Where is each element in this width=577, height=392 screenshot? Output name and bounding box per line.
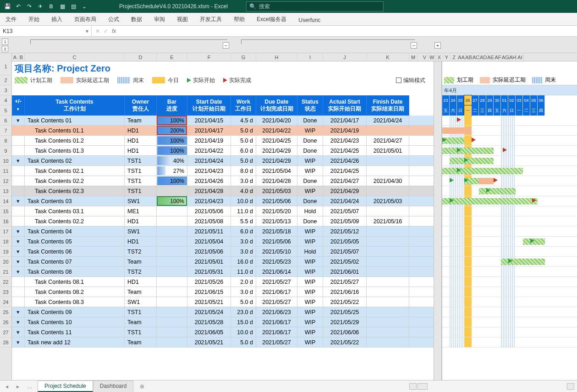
ribbon-tab[interactable]: 开始 — [27, 13, 41, 25]
column-header[interactable]: V — [421, 53, 429, 61]
formula-bar-row: K13 ▾ ✕ ✓ fx — [0, 26, 577, 37]
column-header[interactable]: K — [367, 53, 409, 61]
column-header[interactable]: AC — [473, 53, 480, 61]
tell-me-search[interactable]: 🔍 搜索 — [246, 1, 384, 11]
customize-qat-icon[interactable]: ⌄ — [80, 2, 89, 11]
send-icon[interactable]: ✈ — [36, 2, 45, 11]
column-header[interactable]: B — [18, 53, 25, 61]
column-header[interactable]: H — [256, 53, 297, 61]
column-header[interactable]: A — [12, 53, 18, 61]
search-icon: 🔍 — [249, 3, 256, 10]
ribbon-tab[interactable]: Userfunc — [297, 14, 322, 25]
column-header[interactable]: F — [187, 53, 231, 61]
column-header[interactable]: Z — [451, 53, 458, 61]
title-bar: 💾 ↶ ↷ ✈ 🗎 ▦ ▤ ⌄ ProjectScheduleV4.0 2021… — [0, 0, 577, 13]
column-header[interactable]: W — [429, 53, 436, 61]
column-header[interactable]: AB — [465, 53, 473, 61]
column-header[interactable]: AI — [517, 53, 524, 61]
undo-icon[interactable]: ↶ — [14, 2, 23, 11]
column-header[interactable]: J — [323, 53, 367, 61]
outline-expand-button[interactable]: + — [434, 42, 441, 49]
name-box-dropdown-icon[interactable]: ▾ — [86, 28, 88, 34]
ribbon-tab[interactable]: 页面布局 — [72, 13, 98, 25]
column-header[interactable]: G — [231, 53, 256, 61]
formula-enter-icon[interactable]: ✓ — [104, 28, 108, 34]
column-header[interactable]: AH — [509, 53, 517, 61]
column-header[interactable]: C — [25, 53, 125, 61]
column-header[interactable]: I — [297, 53, 323, 61]
ribbon-tab[interactable]: 开发工具 — [198, 13, 224, 25]
column-header-row: ABCDEFGHIJKMVWXYZAAABACADAEAFAGAHAI — [0, 53, 577, 61]
outline-collapse-button[interactable]: − — [411, 42, 417, 49]
ribbon-tab[interactable]: 视图 — [175, 13, 190, 25]
column-header[interactable]: E — [157, 53, 187, 61]
new-icon[interactable]: 🗎 — [47, 2, 56, 11]
column-header[interactable]: D — [125, 53, 157, 61]
column-header[interactable]: AF — [495, 53, 502, 61]
ribbon-tab[interactable]: 审阅 — [152, 13, 167, 25]
column-header[interactable]: X — [436, 53, 443, 61]
outline-brace: − − + — [12, 39, 577, 52]
column-header[interactable]: AE — [487, 53, 495, 61]
search-placeholder: 搜索 — [259, 3, 270, 11]
outline-bar: 123 − − + — [0, 37, 577, 53]
ribbon-tab[interactable]: 插入 — [49, 13, 64, 25]
ribbon-tab[interactable]: 公式 — [106, 13, 121, 25]
save-icon[interactable]: 💾 — [3, 2, 12, 11]
column-header[interactable]: Y — [443, 53, 451, 61]
fx-icon[interactable]: fx — [112, 28, 116, 34]
name-box-value: K13 — [3, 28, 12, 34]
name-box[interactable]: K13 ▾ — [0, 26, 92, 37]
ribbon-tabs: 文件开始插入页面布局公式数据审阅视图开发工具帮助Excel服务器Userfunc — [0, 13, 577, 26]
column-header[interactable]: AA — [458, 53, 465, 61]
ribbon-tab[interactable]: Excel服务器 — [255, 13, 288, 25]
outline-level-button[interactable]: 1 — [2, 39, 8, 45]
table-icon[interactable]: ▤ — [69, 2, 78, 11]
outline-collapse-button[interactable]: − — [223, 42, 229, 49]
select-all-corner[interactable] — [0, 53, 12, 61]
ribbon-tab[interactable]: 数据 — [129, 13, 144, 25]
column-header[interactable]: AD — [480, 53, 487, 61]
document-title: ProjectScheduleV4.0 20210426.xlsm - Exce… — [119, 3, 228, 10]
outline-level-button[interactable]: 2 — [2, 46, 8, 52]
pivot-icon[interactable]: ▦ — [58, 2, 67, 11]
redo-icon[interactable]: ↷ — [25, 2, 34, 11]
column-header[interactable]: AG — [502, 53, 509, 61]
column-header[interactable]: M — [409, 53, 418, 61]
formula-cancel-icon[interactable]: ✕ — [95, 28, 100, 34]
quick-access-toolbar: 💾 ↶ ↷ ✈ 🗎 ▦ ▤ ⌄ — [0, 2, 92, 11]
ribbon-tab[interactable]: 帮助 — [232, 13, 247, 25]
ribbon-tab[interactable]: 文件 — [4, 13, 18, 25]
formula-bar: ✕ ✓ fx — [92, 28, 120, 34]
formula-input[interactable] — [120, 26, 577, 36]
